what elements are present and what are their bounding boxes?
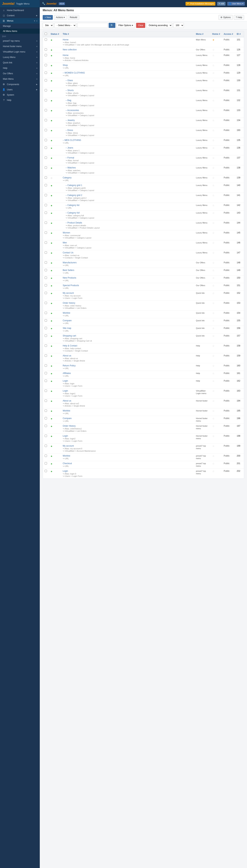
status-badge[interactable]: ● — [50, 119, 52, 122]
sidebar-item-components[interactable]: ⚙ Components ▶ — [0, 82, 40, 87]
menu-item-link[interactable]: Category — [63, 176, 72, 179]
row-checkbox[interactable] — [45, 176, 47, 179]
count-select[interactable]: 100 — [173, 23, 184, 28]
actions-button[interactable]: Actions ▾ — [54, 15, 67, 20]
status-badge[interactable]: ● — [50, 79, 52, 82]
status-badge[interactable]: ● — [50, 147, 52, 150]
row-checkbox[interactable] — [45, 38, 47, 41]
menu-item-link[interactable]: Checkout — [63, 462, 72, 465]
sidebar-item-content[interactable]: ◻ Content ▶ — [0, 13, 40, 18]
menu-item-link[interactable]: – Jewelry — [66, 119, 75, 122]
title-sort-link[interactable]: Title # — [63, 33, 69, 35]
new-button[interactable]: + New — [43, 15, 53, 20]
status-badge[interactable]: ● — [50, 166, 52, 169]
menu-item-link[interactable]: Compare — [63, 319, 72, 322]
sidebar-item-all-menu-items[interactable]: All Menu Items — [0, 29, 40, 34]
access-sort-link[interactable]: Access # — [224, 33, 233, 35]
menus-add-icon[interactable]: + — [36, 20, 38, 22]
row-checkbox[interactable] — [45, 409, 47, 412]
menu-item-link[interactable]: – Watches — [66, 166, 76, 169]
filter-options-button[interactable]: Filter Options ▾ — [116, 23, 135, 28]
menu-item-link[interactable]: Login — [63, 435, 68, 437]
menu-item-link[interactable]: – Product Details — [66, 221, 82, 224]
menu-item-link[interactable]: Home — [63, 54, 69, 57]
select-menu-dropdown[interactable]: - Select Menu - — [55, 23, 76, 28]
status-badge[interactable]: ● — [50, 312, 52, 315]
options-button[interactable]: ⚙ Options — [218, 15, 233, 20]
menu-item-link[interactable]: Compare — [63, 417, 72, 420]
row-checkbox[interactable] — [45, 147, 47, 149]
menu-item-link[interactable]: My account — [63, 292, 74, 294]
status-badge[interactable]: ● — [50, 251, 52, 254]
row-checkbox[interactable] — [45, 470, 47, 472]
status-badge[interactable]: ● — [50, 327, 52, 330]
search-input[interactable] — [77, 23, 108, 28]
user-menu-button[interactable]: 👤 User Menu ▾ — [227, 2, 245, 6]
row-checkbox[interactable] — [45, 166, 47, 169]
menu-item-link[interactable]: New Products — [63, 277, 76, 279]
status-badge[interactable]: ● — [50, 221, 52, 224]
status-badge[interactable]: ● — [50, 435, 52, 438]
row-checkbox[interactable] — [45, 251, 47, 254]
menu-item-link[interactable]: New collection — [63, 48, 77, 51]
menu-item-link[interactable]: – Shorts — [66, 89, 74, 92]
rebuild-button[interactable]: Rebuild — [68, 15, 79, 20]
preset7-add-icon[interactable]: + — [36, 39, 38, 42]
site-select[interactable]: Site — [43, 23, 54, 28]
menu-item-link[interactable]: – Accessories — [66, 109, 79, 112]
menu-item-link[interactable]: – Dress — [66, 129, 73, 131]
row-checkbox[interactable] — [45, 400, 47, 402]
status-badge[interactable]: ● — [50, 417, 52, 420]
menu-item-link[interactable]: – Formal — [66, 156, 74, 159]
status-badge[interactable]: ● — [50, 277, 52, 280]
menu-item-link[interactable]: Wishlist — [63, 409, 70, 412]
status-badge[interactable]: ● — [50, 71, 52, 74]
row-checkbox[interactable] — [45, 425, 47, 427]
row-checkbox[interactable] — [45, 455, 47, 457]
status-badge[interactable]: ● — [50, 372, 52, 375]
status-badge[interactable]: ● — [50, 48, 52, 52]
menu-item-link[interactable]: Shop — [63, 64, 68, 66]
menu-item-link[interactable]: Women — [63, 231, 70, 234]
edit-button[interactable]: ✎ edit — [217, 2, 225, 6]
hornet-add-icon[interactable]: + — [36, 45, 38, 48]
row-checkbox[interactable] — [45, 99, 47, 101]
row-checkbox[interactable] — [45, 462, 47, 465]
status-badge[interactable]: ● — [50, 139, 52, 142]
status-badge[interactable]: ● — [50, 38, 52, 41]
menu-item-link[interactable]: Site map — [63, 327, 71, 330]
select-all-checkbox[interactable] — [45, 33, 47, 35]
row-checkbox[interactable] — [45, 390, 47, 392]
row-checkbox[interactable] — [45, 71, 47, 74]
menu-sort-link[interactable]: Menu # — [196, 33, 204, 35]
status-badge[interactable]: ● — [50, 302, 52, 305]
menu-item-link[interactable]: My account — [63, 444, 74, 447]
status-badge[interactable]: ● — [50, 99, 52, 102]
menu-item-link[interactable]: Men — [63, 241, 67, 244]
help-add-icon[interactable]: + — [36, 67, 38, 69]
menu-item-link[interactable]: Contact Us — [63, 251, 73, 254]
row-checkbox[interactable] — [45, 444, 47, 447]
main-menu-add-icon[interactable]: + — [36, 78, 38, 81]
menu-item-link[interactable]: Home — [63, 38, 69, 41]
menu-item-link[interactable]: Return Policy — [63, 364, 76, 367]
menu-item-link[interactable]: – Category grid 2 — [66, 194, 82, 196]
row-checkbox[interactable] — [45, 284, 47, 286]
status-badge[interactable]: ○ — [50, 176, 52, 180]
status-badge[interactable]: ● — [50, 156, 52, 159]
menu-item-link[interactable]: Order history — [63, 302, 75, 304]
menu-item-link[interactable]: Wishlist — [63, 312, 70, 314]
status-badge[interactable]: ● — [50, 425, 52, 428]
luxury-add-icon[interactable]: + — [36, 56, 38, 59]
status-badge[interactable]: ● — [50, 444, 52, 448]
status-badge[interactable]: ● — [50, 400, 52, 403]
status-badge[interactable]: ● — [50, 292, 52, 295]
row-checkbox[interactable] — [45, 48, 47, 51]
row-checkbox[interactable] — [45, 231, 47, 234]
row-checkbox[interactable] — [45, 312, 47, 314]
menu-item-link[interactable]: About us — [63, 400, 71, 402]
row-checkbox[interactable] — [45, 212, 47, 214]
sidebar-item-luxury[interactable]: Luxury Menu + — [0, 55, 40, 60]
menu-item-link[interactable]: Shopping cart — [63, 335, 76, 337]
menu-item-link[interactable]: – Category full — [66, 212, 79, 214]
